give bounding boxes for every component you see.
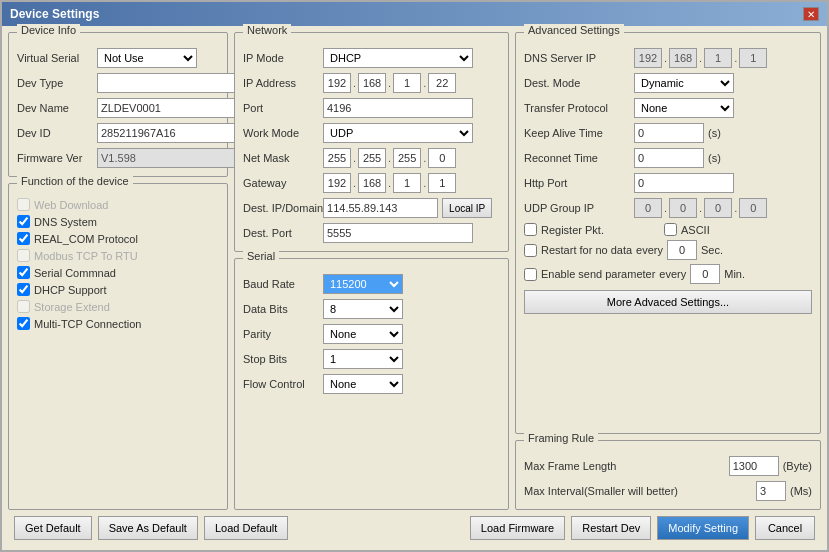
register-pkt-check[interactable]: [524, 223, 537, 236]
udp-group-row: UDP Group IP . . .: [524, 198, 812, 218]
udp-seg-1[interactable]: [634, 198, 662, 218]
dev-id-input[interactable]: [97, 123, 237, 143]
multi-tcp-label: Multi-TCP Connection: [34, 318, 141, 330]
work-mode-row: Work Mode UDP TCP Server TCP Client: [243, 123, 500, 143]
serial-cmd-check[interactable]: [17, 266, 30, 279]
load-firmware-button[interactable]: Load Firmware: [470, 516, 565, 540]
title-bar: Device Settings ✕: [2, 2, 827, 26]
dns-system-check[interactable]: [17, 215, 30, 228]
net-mask-fields: . . .: [323, 148, 456, 168]
web-download-check[interactable]: [17, 198, 30, 211]
data-bits-select[interactable]: 8 5 6 7: [323, 299, 403, 319]
data-bits-label: Data Bits: [243, 303, 323, 315]
udp-seg-2[interactable]: [669, 198, 697, 218]
dest-port-input[interactable]: [323, 223, 473, 243]
real-com-label: REAL_COM Protocol: [34, 233, 138, 245]
virtual-serial-label: Virtual Serial: [17, 52, 97, 64]
load-default-button[interactable]: Load Default: [204, 516, 288, 540]
dest-mode-row: Dest. Mode Dynamic Static: [524, 73, 812, 93]
dhcp-support-label: DHCP Support: [34, 284, 107, 296]
ip-seg-4[interactable]: [428, 73, 456, 93]
virtual-serial-select[interactable]: Not Use COM3 COM4: [97, 48, 197, 68]
http-port-label: Http Port: [524, 177, 634, 189]
udp-seg-3[interactable]: [704, 198, 732, 218]
reconnet-unit: (s): [708, 152, 721, 164]
max-frame-input[interactable]: [729, 456, 779, 476]
restart-dev-button[interactable]: Restart Dev: [571, 516, 651, 540]
enable-input[interactable]: [690, 264, 720, 284]
ip-mode-select[interactable]: DHCP Static Auto IP: [323, 48, 473, 68]
work-mode-select[interactable]: UDP TCP Server TCP Client: [323, 123, 473, 143]
dest-ip-input[interactable]: [323, 198, 438, 218]
gw-seg-2[interactable]: [358, 173, 386, 193]
max-interval-row: Max Interval(Smaller will better) (Ms): [524, 481, 812, 501]
port-input[interactable]: [323, 98, 473, 118]
register-pkt-area: Register Pkt.: [524, 223, 604, 236]
stop-bits-label: Stop Bits: [243, 353, 323, 365]
mask-seg-3[interactable]: [393, 148, 421, 168]
stop-bits-select[interactable]: 1 1.5 2: [323, 349, 403, 369]
gw-seg-1[interactable]: [323, 173, 351, 193]
dev-type-input[interactable]: [97, 73, 237, 93]
ip-mode-row: IP Mode DHCP Static Auto IP: [243, 48, 500, 68]
firmware-ver-label: Firmware Ver: [17, 152, 97, 164]
ip-seg-1[interactable]: [323, 73, 351, 93]
serial-group: Serial Baud Rate 115200 9600 19200 38400…: [234, 258, 509, 510]
modbus-check[interactable]: [17, 249, 30, 262]
dev-id-label: Dev ID: [17, 127, 97, 139]
dns-seg-3[interactable]: [704, 48, 732, 68]
reconnet-label: Reconnet Time: [524, 152, 634, 164]
virtual-serial-row: Virtual Serial Not Use COM3 COM4: [17, 48, 219, 68]
baud-rate-select[interactable]: 115200 9600 19200 38400 57600 230400: [323, 274, 403, 294]
keep-alive-input[interactable]: [634, 123, 704, 143]
multi-tcp-check[interactable]: [17, 317, 30, 330]
dev-name-input[interactable]: [97, 98, 237, 118]
dns-seg-2[interactable]: [669, 48, 697, 68]
more-settings-button[interactable]: More Advaced Settings...: [524, 290, 812, 314]
close-button[interactable]: ✕: [803, 7, 819, 21]
baud-rate-label: Baud Rate: [243, 278, 323, 290]
mask-seg-1[interactable]: [323, 148, 351, 168]
transfer-protocol-row: Transfer Protocol None Modbus: [524, 98, 812, 118]
reconnet-input[interactable]: [634, 148, 704, 168]
function-item-2: REAL_COM Protocol: [17, 232, 219, 245]
dns-seg-4[interactable]: [739, 48, 767, 68]
gw-seg-3[interactable]: [393, 173, 421, 193]
get-default-button[interactable]: Get Default: [14, 516, 92, 540]
parity-select[interactable]: None Odd Even Mark Space: [323, 324, 403, 344]
restart-input[interactable]: [667, 240, 697, 260]
function-item-1: DNS System: [17, 215, 219, 228]
ip-seg-2[interactable]: [358, 73, 386, 93]
modify-setting-button[interactable]: Modify Setting: [657, 516, 749, 540]
local-ip-button[interactable]: Local IP: [442, 198, 492, 218]
dest-ip-label: Dest. IP/Domain: [243, 202, 323, 214]
real-com-check[interactable]: [17, 232, 30, 245]
ip-seg-3[interactable]: [393, 73, 421, 93]
restart-check[interactable]: [524, 244, 537, 257]
ascii-area: ASCII: [664, 223, 710, 236]
enable-send-check[interactable]: [524, 268, 537, 281]
parity-label: Parity: [243, 328, 323, 340]
keep-alive-label: Keep Alive Time: [524, 127, 634, 139]
flow-control-select[interactable]: None RTS/CTS XON/XOFF: [323, 374, 403, 394]
gw-seg-4[interactable]: [428, 173, 456, 193]
dest-mode-select[interactable]: Dynamic Static: [634, 73, 734, 93]
storage-extend-check[interactable]: [17, 300, 30, 313]
dns-seg-1[interactable]: [634, 48, 662, 68]
ip-address-row: IP Address . . .: [243, 73, 500, 93]
dest-port-row: Dest. Port: [243, 223, 500, 243]
transfer-protocol-select[interactable]: None Modbus: [634, 98, 734, 118]
save-as-default-button[interactable]: Save As Default: [98, 516, 198, 540]
udp-seg-4[interactable]: [739, 198, 767, 218]
mask-seg-2[interactable]: [358, 148, 386, 168]
ascii-check[interactable]: [664, 223, 677, 236]
dhcp-support-check[interactable]: [17, 283, 30, 296]
restart-label: Restart for no data: [541, 244, 632, 256]
udp-group-label: UDP Group IP: [524, 202, 634, 214]
left-column: Device Info Virtual Serial Not Use COM3 …: [8, 32, 228, 510]
mask-seg-4[interactable]: [428, 148, 456, 168]
cancel-button[interactable]: Cancel: [755, 516, 815, 540]
restart-unit: Sec.: [701, 244, 723, 256]
http-port-input[interactable]: [634, 173, 734, 193]
max-interval-input[interactable]: [756, 481, 786, 501]
